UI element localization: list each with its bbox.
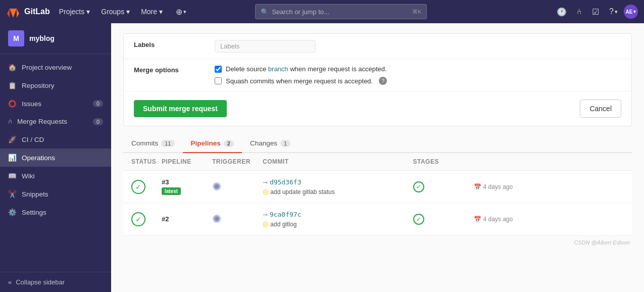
user-avatar[interactable]: AE ▾ [624,5,638,19]
latest-badge: latest [162,187,181,195]
stages-cell: ✓ [413,214,474,225]
merge-request-form: Labels Labels Merge options Delete sourc… [123,33,632,126]
sidebar-item-label: Issues [22,100,41,108]
collapse-sidebar-button[interactable]: « Collapse sidebar [0,272,111,292]
operations-icon: 📊 [8,154,17,162]
main-content: Labels Labels Merge options Delete sourc… [111,23,644,292]
triggerer-cell: ✺ [212,180,263,193]
sidebar-item-settings[interactable]: ⚙️ Settings [0,203,111,221]
merge-request-icon[interactable]: ⑃ [573,4,586,19]
sidebar-item-wiki[interactable]: 📖 Wiki [0,167,111,185]
labels-label: Labels [134,40,215,48]
tabs-bar: Commits 11 Pipelines 2 Changes 1 [123,134,632,153]
sidebar-item-ci-cd[interactable]: 🚀 CI / CD [0,130,111,149]
project-avatar: M [8,30,24,46]
help-icon[interactable]: ? [379,77,387,85]
sidebar-item-label: Operations [22,154,55,162]
search-box[interactable]: 🔍 ⌘K [255,4,427,19]
stage-passed-icon[interactable]: ✓ [413,181,424,192]
tab-commits[interactable]: Commits 11 [123,134,183,153]
sidebar-item-label: Settings [22,209,46,216]
delete-branch-checkbox[interactable] [215,66,222,73]
tab-pipelines-label: Pipelines [191,139,221,147]
commit-col-header: Commit [263,158,413,165]
time-cell: 📅 4 days ago [474,216,624,223]
projects-nav-item[interactable]: Projects ▾ [54,5,95,19]
pending-icon: ◎ [263,220,269,228]
stage-passed-icon[interactable]: ✓ [413,214,424,225]
pipeline-id[interactable]: #2 [162,215,212,223]
cancel-button[interactable]: Cancel [580,100,621,118]
search-icon: 🔍 [261,8,269,16]
tab-pipelines[interactable]: Pipelines 2 [183,134,242,153]
commit-cell: ⊸ 9ca0f97c ◎ add gitlog [263,210,413,228]
chevron-down-icon: ▾ [633,9,636,14]
status-passed-icon: ✓ [131,212,145,226]
sidebar-item-label: Snippets [22,190,48,198]
home-icon: 🏠 [8,63,17,71]
sidebar-project-header[interactable]: M myblog [0,23,111,54]
search-input[interactable] [272,8,412,16]
status-passed-icon: ✓ [131,180,145,194]
squash-commits-checkbox[interactable] [215,77,222,84]
help-icon[interactable]: ?▾ [605,4,622,19]
submit-merge-request-button[interactable]: Submit merge request [134,100,227,117]
sidebar-item-merge-requests[interactable]: ⑃ Merge Requests 0 [0,113,111,130]
commits-count: 11 [161,140,174,147]
squash-commits-text: Squash commits when merge request is acc… [226,77,373,85]
clock-icon[interactable]: 🕐 [553,4,571,20]
circle-icon: ⭕ [8,100,17,108]
tab-changes[interactable]: Changes 1 [242,134,299,153]
pipeline-table-header: Status Pipeline Triggerer Commit Stages [123,153,632,171]
sidebar-item-project-overview[interactable]: 🏠 Project overview [0,58,111,76]
sidebar-item-snippets[interactable]: ✂️ Snippets [0,185,111,203]
changes-count: 1 [280,140,290,147]
commit-hash-link[interactable]: d95d36f3 [270,178,302,186]
pipeline-table: Status Pipeline Triggerer Commit Stages … [123,153,632,235]
more-nav-item[interactable]: More ▾ [136,5,168,19]
pipeline-status-cell: ✓ [131,180,162,194]
stages-col-header: Stages [413,158,474,165]
merge-options-label: Merge options [134,65,215,74]
groups-nav-item[interactable]: Groups ▾ [96,5,135,19]
sidebar-item-issues[interactable]: ⭕ Issues 0 [0,94,111,113]
watermark: CSDN @Albert Edison [123,235,632,247]
keyboard-shortcut: ⌘K [412,9,421,15]
triggerer-avatar: ✺ [212,213,221,225]
sidebar-item-repository[interactable]: 📋 Repository [0,76,111,94]
labels-row: Labels Labels [124,34,631,59]
issues-badge: 0 [93,100,103,107]
new-item-button[interactable]: ⊕▾ [172,4,190,20]
top-navigation: GitLab Projects ▾ Groups ▾ More ▾ ⊕▾ 🔍 ⌘… [0,0,644,23]
chevron-down-icon: ▾ [86,8,90,16]
commit-hash-link[interactable]: 9ca0f97c [270,211,302,218]
time-cell: 📅 4 days ago [474,183,624,190]
chevron-left-icon: « [8,278,12,286]
mr-badge: 0 [93,118,103,125]
commit-arrow-icon: ⊸ [263,179,268,186]
sidebar-item-operations[interactable]: 📊 Operations [0,149,111,167]
gitlab-text: GitLab [24,7,50,16]
tab-changes-label: Changes [250,139,277,147]
pipeline-id[interactable]: #3 [162,178,212,186]
chevron-down-icon: ▾ [126,8,130,16]
todo-icon[interactable]: ☑ [588,4,603,20]
gitlab-logo[interactable]: GitLab [6,5,50,19]
delete-branch-option[interactable]: Delete source branch when merge request … [215,65,387,73]
top-nav-links: Projects ▾ Groups ▾ More ▾ [54,5,168,19]
sidebar: M myblog 🏠 Project overview 📋 Repository… [0,23,111,292]
pipeline-col-header: Pipeline [162,158,212,165]
delete-branch-text: Delete source branch when merge request … [226,65,387,73]
sidebar-item-label: Merge Requests [17,118,67,125]
labels-input[interactable]: Labels [215,40,316,53]
table-row: ✓ #3 latest ✺ ⊸ d95d36f3 ◎ add upda [123,171,632,203]
sidebar-item-label: Wiki [22,172,35,180]
table-row: ✓ #2 ✺ ⊸ 9ca0f97c ◎ add gitlog [123,203,632,235]
merge-options-list: Delete source branch when merge request … [215,65,387,85]
calendar-icon: 📅 [474,183,481,190]
branch-link[interactable]: branch [268,65,288,73]
merge-options-row: Merge options Delete source branch when … [124,59,631,91]
project-name: myblog [29,34,55,42]
pipelines-count: 2 [224,140,234,147]
squash-commits-option[interactable]: Squash commits when merge request is acc… [215,77,387,85]
